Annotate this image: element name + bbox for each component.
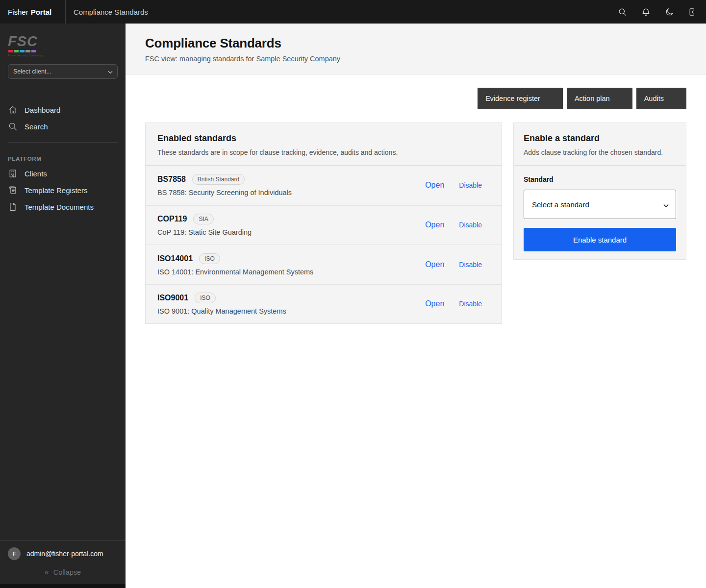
sidebar-item-dashboard[interactable]: Dashboard (0, 101, 126, 118)
sidebar-footer: F admin@fisher-portal.com « Collapse (0, 540, 126, 584)
fsc-logo-text: FSC (8, 34, 118, 49)
disable-link[interactable]: Disable (459, 221, 482, 229)
avatar: F (8, 547, 21, 560)
enabled-standards-description: These standards are in scope for clause … (157, 148, 490, 156)
open-link[interactable]: Open (425, 181, 444, 190)
standard-row-iso14001: ISO14001 ISO ISO 14001: Environmental Ma… (146, 245, 502, 284)
sidebar: FSC Fisher Security Consulting Select cl… (0, 24, 126, 588)
collapse-sidebar-button[interactable]: « Collapse (8, 560, 118, 584)
dark-mode-moon-icon[interactable] (664, 7, 675, 17)
standard-row-cop119: COP119 SIA CoP 119: Static Site Guarding… (146, 205, 502, 245)
evidence-register-button[interactable]: Evidence register (478, 88, 563, 109)
page-title: Compliance Standards (145, 24, 686, 51)
standard-actions: Open Disable (425, 181, 490, 190)
user-email: admin@fisher-portal.com (26, 550, 103, 558)
sidebar-nav-main: Dashboard Search (0, 101, 126, 135)
standard-info: COP119 SIA CoP 119: Static Site Guarding (157, 214, 425, 236)
standard-select-wrap: Select a standard (524, 190, 676, 219)
standard-description: BS 7858: Security Screening of Individua… (157, 189, 425, 196)
standard-info: ISO14001 ISO ISO 14001: Environmental Ma… (157, 253, 425, 276)
logo-bar (8, 50, 13, 52)
content-area: Evidence register Action plan Audits Ena… (126, 74, 706, 324)
standard-info: ISO9001 ISO ISO 9001: Quality Management… (157, 293, 425, 315)
fsc-logo-tagline: Fisher Security Consulting (8, 54, 118, 57)
page-subtitle: FSC view: managing standards for Sample … (145, 55, 686, 63)
standard-actions: Open Disable (425, 260, 490, 269)
topbar-page-title: Compliance Standards (66, 8, 148, 16)
standard-badge: SIA (193, 214, 213, 224)
standard-code: ISO14001 (157, 254, 193, 263)
app-root: Fisher Portal Compliance Standards FSC (0, 0, 706, 588)
sidebar-divider (8, 142, 118, 143)
brand-name-light: Fisher (8, 8, 28, 16)
standard-code: COP119 (157, 215, 187, 223)
sidebar-item-clients[interactable]: Clients (0, 165, 126, 182)
enable-standard-header: Enable a standard Adds clause tracking f… (514, 123, 686, 166)
sidebar-item-search[interactable]: Search (0, 118, 126, 135)
open-link[interactable]: Open (425, 220, 444, 229)
enabled-standards-card: Enabled standards These standards are in… (145, 122, 502, 324)
open-link[interactable]: Open (425, 260, 444, 269)
standard-field-label: Standard (524, 175, 676, 183)
action-plan-button[interactable]: Action plan (567, 88, 632, 109)
logo-bar (14, 50, 19, 52)
disable-link[interactable]: Disable (459, 181, 482, 189)
search-icon (8, 122, 18, 131)
page-actions: Evidence register Action plan Audits (145, 88, 686, 109)
standard-code: BS7858 (157, 175, 186, 184)
topbar-icons (617, 7, 706, 17)
standard-actions: Open Disable (425, 220, 490, 229)
page-header: Compliance Standards FSC view: managing … (126, 24, 706, 74)
standard-badge: British Standard (192, 174, 245, 185)
user-account[interactable]: F admin@fisher-portal.com (8, 547, 118, 560)
enable-standard-card: Enable a standard Adds clause tracking f… (513, 122, 686, 260)
standard-actions: Open Disable (425, 299, 490, 308)
enable-standard-button[interactable]: Enable standard (524, 228, 676, 251)
standard-row-bs7858: BS7858 British Standard BS 7858: Securit… (146, 166, 502, 205)
sidebar-item-label: Template Registers (25, 186, 87, 195)
logo-bar (31, 50, 36, 52)
topbar: Fisher Portal Compliance Standards (0, 0, 706, 24)
standard-description: CoP 119: Static Site Guarding (157, 228, 425, 236)
fsc-logo-bars (8, 50, 36, 52)
double-chevron-left-icon: « (45, 568, 49, 576)
sidebar-item-label: Search (25, 122, 48, 131)
search-icon[interactable] (617, 7, 628, 17)
disable-link[interactable]: Disable (459, 261, 482, 269)
standard-badge: ISO (195, 293, 216, 303)
enable-standard-description: Adds clause tracking for the chosen stan… (524, 148, 676, 156)
document-icon (8, 202, 18, 212)
standard-badge: ISO (199, 253, 220, 264)
client-select-wrap: Select client... (8, 64, 118, 79)
client-select[interactable]: Select client... (8, 64, 118, 79)
notifications-bell-icon[interactable] (641, 7, 651, 17)
disable-link[interactable]: Disable (459, 300, 482, 308)
home-icon (8, 105, 18, 115)
standard-code: ISO9001 (157, 294, 188, 302)
enabled-standards-title: Enabled standards (157, 133, 490, 144)
standard-description: ISO 9001: Quality Management Systems (157, 307, 425, 315)
sidebar-item-label: Clients (25, 170, 47, 178)
brand-name-bold: Portal (31, 8, 52, 16)
enable-standard-title: Enable a standard (524, 133, 676, 144)
sidebar-section-platform: PLATFORM (0, 150, 126, 165)
sidebar-nav-platform: Clients Template Registers Template Docu… (0, 165, 126, 215)
sidebar-item-template-documents[interactable]: Template Documents (0, 198, 126, 215)
audits-button[interactable]: Audits (636, 88, 686, 109)
logo-bar (20, 50, 25, 52)
enabled-standards-header: Enabled standards These standards are in… (146, 123, 502, 166)
standard-description: ISO 14001: Environmental Management Syst… (157, 268, 425, 276)
logout-icon[interactable] (688, 7, 698, 17)
cards-row: Enabled standards These standards are in… (145, 122, 686, 324)
brand-logo[interactable]: Fisher Portal (0, 0, 66, 24)
clipboard-icon (8, 185, 18, 195)
enable-standard-form: Standard Select a standard Enable standa… (514, 166, 686, 259)
fsc-logo: FSC Fisher Security Consulting (0, 24, 126, 57)
standard-select[interactable]: Select a standard (524, 190, 676, 219)
collapse-label: Collapse (53, 568, 81, 576)
building-icon (8, 169, 18, 178)
sidebar-bottom-strip (0, 584, 126, 588)
sidebar-item-template-registers[interactable]: Template Registers (0, 182, 126, 198)
open-link[interactable]: Open (425, 299, 444, 308)
logo-bar (25, 50, 30, 52)
